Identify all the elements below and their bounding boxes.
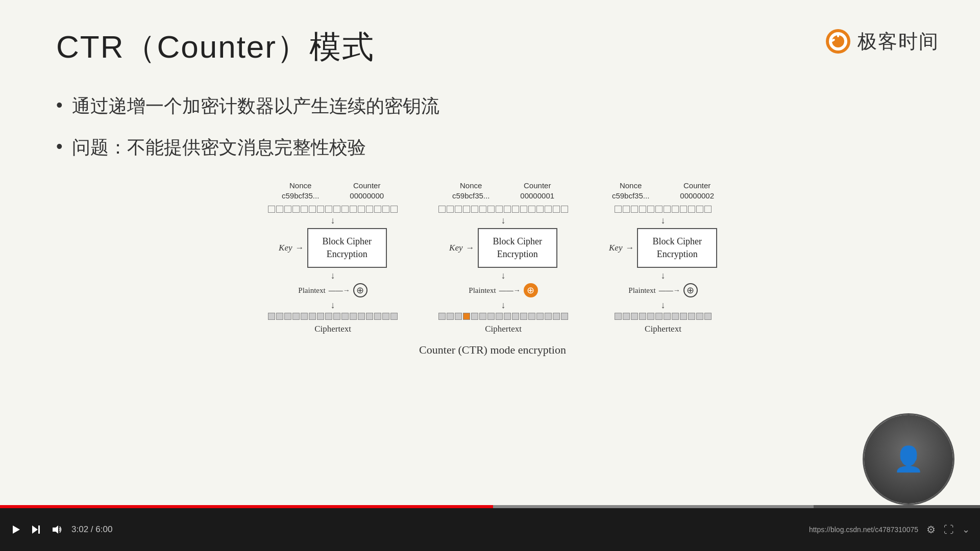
- key-label-2: Key: [449, 243, 462, 253]
- slide-title: CTR（Counter）模式: [56, 26, 929, 68]
- diagram-container: Nonce c59bcf35... Counter 00000000 ↓: [56, 181, 929, 357]
- cipher-grid-1: [268, 313, 398, 320]
- nonce-counter-row-2: Nonce c59bcf35... Counter 00000001: [452, 181, 554, 201]
- nonce-label-2: Nonce c59bcf35...: [452, 181, 489, 201]
- arrow-down-3b: ↓: [661, 271, 666, 280]
- plaintext-label-3: Plaintext: [628, 286, 655, 295]
- speaker-avatar: 👤: [863, 413, 954, 505]
- diagram-blocks: Nonce c59bcf35... Counter 00000000 ↓: [268, 181, 717, 334]
- nonce-counter-row-3: Nonce c59bcf35... Counter 00000002: [612, 181, 714, 201]
- bullet-text-1: 通过递增一个加密计数器以产生连续的密钥流: [72, 94, 439, 119]
- avatar-image: 👤: [864, 415, 953, 504]
- plaintext-row-3: Plaintext ——→ ⊕: [628, 283, 697, 297]
- arrow-down-1b: ↓: [331, 271, 335, 280]
- arrow-down-2c: ↓: [501, 300, 506, 310]
- enc-box-2: Block Cipher Encryption: [478, 228, 558, 268]
- nonce-counter-row-1: Nonce c59bcf35... Counter 00000000: [282, 181, 384, 201]
- cipher-block-3: Nonce c59bcf35... Counter 00000002 ↓ Key: [609, 181, 717, 334]
- geektime-logo-icon: [825, 28, 851, 55]
- enc-box-3: Block Cipher Encryption: [637, 228, 717, 268]
- arrow-down-3a: ↓: [661, 216, 666, 225]
- bullet-dot-2: •: [56, 135, 63, 157]
- settings-button[interactable]: ⚙: [926, 523, 936, 536]
- ciphertext-label-2: Ciphertext: [485, 324, 522, 334]
- key-enc-row-2: Key → Block Cipher Encryption: [449, 226, 557, 270]
- plaintext-label-2: Plaintext: [469, 286, 496, 295]
- cipher-block-1: Nonce c59bcf35... Counter 00000000 ↓: [268, 181, 398, 334]
- enc-box-1: Block Cipher Encryption: [307, 228, 387, 268]
- cipher-grid-3: [615, 313, 712, 320]
- input-grid-3: [615, 206, 712, 213]
- bullet-list: • 通过递增一个加密计数器以产生连续的密钥流 • 问题：不能提供密文消息完整性校…: [56, 94, 929, 160]
- controls-right: https://blog.csdn.net/c4787310075 ⚙ ⛶ ⌄: [809, 523, 970, 536]
- counter-label-1: Counter 00000000: [350, 181, 384, 201]
- chevron-down-icon[interactable]: ⌄: [962, 524, 970, 535]
- arrow-down-1a: ↓: [331, 216, 335, 225]
- arrow-down-2a: ↓: [501, 216, 506, 225]
- svg-marker-5: [13, 525, 20, 534]
- volume-button[interactable]: [51, 524, 62, 535]
- svg-rect-7: [38, 525, 40, 534]
- url-display: https://blog.csdn.net/c4787310075: [809, 525, 918, 534]
- arrow-down-3c: ↓: [661, 300, 666, 310]
- key-enc-row-3: Key → Block Cipher Encryption: [609, 226, 717, 270]
- key-label-1: Key: [279, 243, 292, 253]
- counter-label-2: Counter 00000001: [520, 181, 554, 201]
- input-grid-2: [438, 206, 568, 213]
- plaintext-row-1: Plaintext ——→ ⊕: [298, 283, 367, 297]
- counter-label-3: Counter 00000002: [680, 181, 714, 201]
- progress-bar[interactable]: [0, 505, 980, 508]
- xor-circle-1: ⊕: [353, 283, 368, 297]
- arrow-down-1c: ↓: [331, 300, 335, 310]
- svg-marker-6: [32, 525, 38, 534]
- cipher-block-2: Nonce c59bcf35... Counter 00000001 ↓ Key: [438, 181, 568, 334]
- plaintext-label-1: Plaintext: [298, 286, 325, 295]
- nonce-label-3: Nonce c59bcf35...: [612, 181, 649, 201]
- logo-text: 极客时间: [857, 29, 939, 55]
- bullet-item-1: • 通过递增一个加密计数器以产生连续的密钥流: [56, 94, 929, 119]
- controls-left: 3:02 / 6:00: [10, 524, 112, 535]
- bullet-item-2: • 问题：不能提供密文消息完整性校验: [56, 135, 929, 160]
- input-grid-1: [268, 206, 398, 213]
- cipher-grid-2: [438, 313, 568, 320]
- diagram-caption: Counter (CTR) mode encryption: [419, 343, 566, 357]
- fullscreen-button[interactable]: ⛶: [944, 524, 954, 536]
- xor-circle-3: ⊕: [683, 283, 698, 297]
- nonce-label-1: Nonce c59bcf35...: [282, 181, 319, 201]
- slide-content: CTR（Counter）模式 • 通过递增一个加密计数器以产生连续的密钥流 • …: [0, 0, 980, 505]
- svg-marker-8: [53, 525, 58, 534]
- video-controls: 3:02 / 6:00 https://blog.csdn.net/c47873…: [0, 505, 980, 551]
- arrow-down-2b: ↓: [501, 271, 506, 280]
- bullet-dot-1: •: [56, 94, 63, 116]
- xor-circle-2: ⊕: [524, 283, 538, 297]
- logo-area: 极客时间: [825, 28, 939, 55]
- skip-button[interactable]: [31, 524, 42, 535]
- slide-area: 极客时间 CTR（Counter）模式 • 通过递增一个加密计数器以产生连续的密…: [0, 0, 980, 505]
- controls-row: 3:02 / 6:00 https://blog.csdn.net/c47873…: [0, 508, 980, 551]
- svg-rect-3: [837, 33, 839, 37]
- progress-filled: [0, 505, 493, 508]
- time-display: 3:02 / 6:00: [71, 524, 112, 535]
- play-button[interactable]: [10, 524, 21, 535]
- ciphertext-label-1: Ciphertext: [314, 324, 351, 334]
- bullet-text-2: 问题：不能提供密文消息完整性校验: [72, 135, 366, 160]
- ciphertext-label-3: Ciphertext: [645, 324, 681, 334]
- key-enc-row-1: Key → Block Cipher Encryption: [279, 226, 387, 270]
- key-label-3: Key: [609, 243, 622, 253]
- plaintext-row-2: Plaintext ——→ ⊕: [469, 283, 537, 297]
